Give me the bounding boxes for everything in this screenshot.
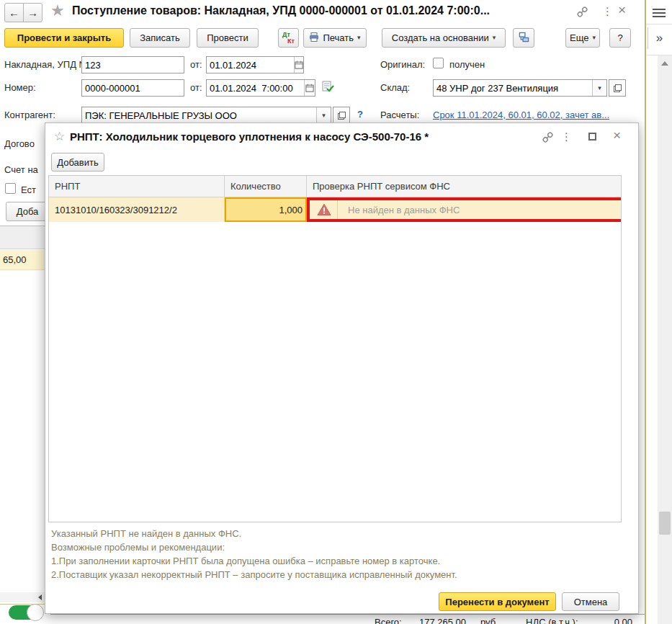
received-label: получен <box>449 59 485 70</box>
quantity-cell[interactable]: 1,000 <box>225 197 307 222</box>
contractor-input[interactable] <box>82 107 316 123</box>
total-label: Всего: <box>375 617 402 624</box>
forward-button[interactable]: → <box>23 3 42 22</box>
cell-divider <box>337 200 338 219</box>
double-chevron-icon: » <box>656 31 663 45</box>
contractor-open-button[interactable] <box>333 107 350 124</box>
date-input[interactable] <box>207 57 294 73</box>
discussions-toggle[interactable] <box>9 605 42 620</box>
scroll-up-icon[interactable] <box>661 61 668 66</box>
nav-group: ← → <box>4 3 42 22</box>
calendar-icon[interactable] <box>304 80 315 96</box>
rnpt-table-header: РНПТ Количество Проверка РНПТ сервисом Ф… <box>49 176 621 197</box>
post-label: Провести <box>207 32 248 43</box>
message-line: 1.При заполнении карточки РНПТ была допу… <box>51 554 457 568</box>
number-input[interactable] <box>82 80 184 96</box>
vat-label: НДС (в т.ч.): <box>526 617 578 624</box>
right-side-panel: » <box>646 0 672 624</box>
warehouse-label: Склад: <box>380 82 410 93</box>
recommendations-block: Указанный РНПТ не найден в данных ФНС. В… <box>51 527 457 581</box>
dtkt-button[interactable]: Дт Кт <box>278 28 299 48</box>
link-icon[interactable] <box>577 6 588 19</box>
structure-icon <box>519 32 529 45</box>
vertical-scrollbar[interactable] <box>658 55 672 624</box>
dialog-link-icon[interactable] <box>542 132 553 145</box>
bg-amount-cell[interactable]: 65,00 <box>0 250 46 270</box>
edit-document-check-icon[interactable] <box>321 80 334 95</box>
favorite-star-icon[interactable]: ★ <box>50 1 65 20</box>
open-form-icon <box>614 84 622 92</box>
more-button[interactable]: Еще▾ <box>565 28 600 48</box>
panel-divider <box>646 24 672 24</box>
date-from-label: от: <box>190 59 202 70</box>
back-button[interactable]: ← <box>4 3 24 22</box>
rnpt-table: РНПТ Количество Проверка РНПТ сервисом Ф… <box>48 175 622 522</box>
post-and-close-label: Провести и закрыть <box>17 32 111 43</box>
datetime-from-label: от: <box>190 82 202 93</box>
dialog-title: РНПТ: Холодильник торцевого уплотнения к… <box>70 130 429 143</box>
close-window-icon[interactable]: × <box>618 2 626 18</box>
bg-table-header <box>0 226 46 249</box>
vat-value: 0,00 <box>604 617 632 624</box>
post-button[interactable]: Провести <box>197 28 259 48</box>
print-button[interactable]: Печать▾ <box>303 28 367 48</box>
original-received-checkbox[interactable] <box>433 58 444 68</box>
open-form-icon <box>338 112 346 120</box>
contract-label: Догово <box>4 138 35 149</box>
account-label: Счет на <box>4 164 38 175</box>
toggle-knob <box>27 604 44 621</box>
currency-label: руб. <box>480 617 498 624</box>
bg-amount-value: 65,00 <box>3 254 27 265</box>
dialog-star-icon[interactable]: ☆ <box>54 129 65 144</box>
total-value: 177 265,00 <box>408 617 466 624</box>
warehouse-open-button[interactable] <box>609 79 626 97</box>
bg-horizontal-scrollbar[interactable] <box>0 592 46 602</box>
add-rnpt-button[interactable]: Добавить <box>51 153 104 171</box>
table-row[interactable]: 10131010/160323/3091212/2 1,000 Не найде… <box>49 197 621 222</box>
app-window: ← → ★ Поступление товаров: Накладная, УП… <box>0 0 672 624</box>
invoice-number-field-wrap <box>81 56 184 73</box>
cancel-button[interactable]: Отмена <box>562 592 619 611</box>
save-button[interactable]: Записать <box>130 28 190 48</box>
contractor-help-link[interactable]: ? <box>357 109 363 120</box>
invoice-number-input[interactable] <box>82 57 184 73</box>
back-arrow-icon: ← <box>9 6 19 19</box>
fns-status-cell[interactable]: Не найден в данных ФНС <box>307 197 621 222</box>
forward-arrow-icon: → <box>27 6 38 19</box>
hamburger-menu-icon[interactable] <box>653 6 666 19</box>
bg-add-button[interactable]: Доба <box>6 202 49 221</box>
help-label: ? <box>617 32 622 43</box>
warehouse-dropdown-icon[interactable]: ▾ <box>592 80 606 96</box>
expand-panel-button[interactable]: » <box>648 27 671 49</box>
more-label: Еще <box>570 32 588 43</box>
discrepancy-checkbox[interactable] <box>5 183 16 194</box>
post-and-close-button[interactable]: Провести и закрыть <box>4 28 124 48</box>
dialog-maximize-icon[interactable] <box>588 133 596 141</box>
warehouse-input[interactable] <box>434 80 592 96</box>
bg-add-label: Доба <box>17 206 39 217</box>
calendar-icon[interactable] <box>294 57 303 73</box>
dialog-more-icon[interactable]: ⋮ <box>561 130 572 143</box>
rnpt-cell[interactable]: 10131010/160323/3091212/2 <box>49 197 225 222</box>
bg-items-table: 65,00 <box>0 226 47 605</box>
transfer-to-document-button[interactable]: Перенести в документ <box>439 592 556 611</box>
related-documents-button[interactable] <box>513 28 534 48</box>
message-line: Возможные проблемы и рекомендации: <box>51 540 457 554</box>
more-menu-icon[interactable]: ⋮ <box>602 5 613 18</box>
datetime-field-wrap <box>206 79 315 97</box>
settlements-link[interactable]: Срок 11.01.2024, 60.01, 60.02, зачет ав.… <box>433 110 645 120</box>
page-title: Поступление товаров: Накладная, УПД 0000… <box>72 4 490 17</box>
dialog-close-icon[interactable]: × <box>613 128 621 143</box>
col-quantity[interactable]: Количество <box>225 176 307 197</box>
contractor-dropdown-icon[interactable]: ▾ <box>316 107 331 123</box>
warehouse-combo: ▾ <box>433 79 607 97</box>
col-fns-check[interactable]: Проверка РНПТ сервисом ФНС <box>307 176 621 197</box>
col-rnpt[interactable]: РНПТ <box>49 176 225 197</box>
warning-icon <box>317 203 331 216</box>
datetime-input[interactable] <box>207 80 304 96</box>
scrollbar-thumb[interactable] <box>659 512 671 535</box>
create-based-on-button[interactable]: Создать на основании▾ <box>382 28 506 48</box>
message-line: Указанный РНПТ не найден в данных ФНС. <box>51 527 457 540</box>
scroll-left-icon[interactable] <box>38 594 42 600</box>
help-button[interactable]: ? <box>609 28 631 48</box>
